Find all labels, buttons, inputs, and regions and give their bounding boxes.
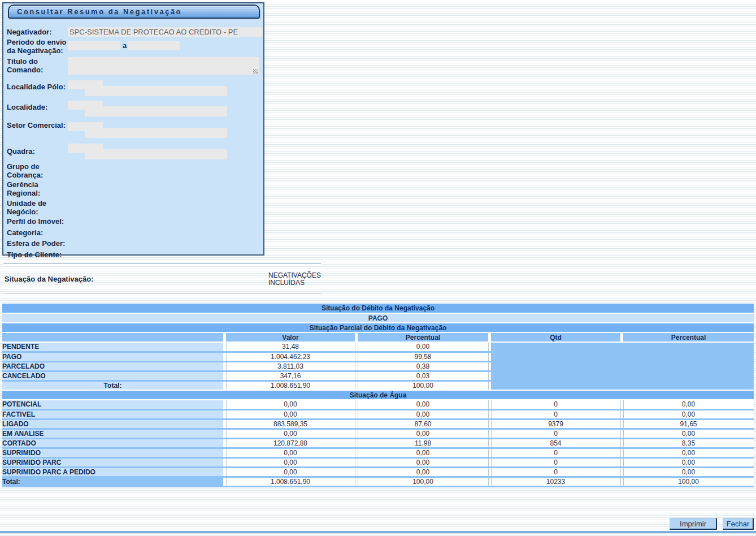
valor-cell: 1.008.651,90: [226, 477, 355, 486]
valor-cell: 883.589,35: [226, 419, 355, 429]
table-row: PAGO: [2, 313, 754, 323]
column-gutter: [488, 361, 491, 371]
unidade-negocio-label: Unidade de Negócio:: [7, 199, 67, 216]
consultar-resumo-panel: Consultar Resumo da Negativação Negativa…: [2, 2, 264, 256]
esfera-poder-label: Esfera de Poder:: [7, 239, 80, 248]
grupo-cobranca-label: Grupo de Cobrança:: [7, 162, 67, 179]
header-qtd: Qtd: [491, 332, 620, 342]
row-label: SUPRIMIDO: [2, 448, 223, 457]
qtd-percentual-cell: 0,00: [623, 409, 754, 419]
situacao-negativacao-value: NEGATIVAÇÕES INCLUÍDAS: [268, 272, 337, 287]
qtd-cell: 0: [491, 409, 620, 419]
qtd-percentual-cell: 100,00: [623, 477, 754, 486]
percentual-cell: 0,38: [358, 361, 488, 371]
total-row-agua: Total: 1.008.651,90 100,00 10233 100,00: [2, 477, 754, 486]
row-label: FACTIVEL: [2, 409, 223, 419]
qtd-cell: 0: [491, 429, 620, 438]
qtd-cell: 854: [491, 438, 620, 448]
negativador-label: Negativador:: [7, 28, 67, 36]
row-label: SUPRIMIDO PARC A PEDIDO: [2, 467, 223, 477]
qtd-percentual-cell: 0,00: [623, 457, 754, 467]
textarea-resize-handle[interactable]: [253, 69, 258, 74]
localidade-name-input[interactable]: [85, 106, 227, 116]
column-gutter: [488, 352, 491, 361]
percentual-cell: 0,03: [358, 371, 488, 381]
divider-bottom: [3, 293, 321, 294]
titulo-comando-label: Título do Comando:: [7, 57, 67, 74]
qtd-cell: 0: [491, 457, 620, 467]
valor-cell: 0,00: [226, 409, 355, 419]
debito-status-value: PAGO: [2, 313, 754, 323]
column-gutter: [488, 381, 491, 390]
periodo-to-input[interactable]: [128, 41, 180, 50]
qtd-percentual-cell: 0,00: [623, 400, 754, 409]
percentual-cell: 100,00: [358, 477, 488, 486]
valor-cell: 3.811,03: [226, 361, 355, 371]
row-label: LIGADO: [2, 419, 223, 429]
table-row: LIGADO 883.589,35 87,60 9379 91,65: [2, 419, 754, 429]
header-empty-cell: [2, 332, 223, 342]
percentual-cell: 11,98: [358, 438, 488, 448]
table-row: EM ANALISE 0,00 0,00 0 0,00: [2, 429, 754, 438]
row-label: CANCELADO: [2, 371, 223, 381]
table-row: Situação do Débito da Negativação: [2, 304, 754, 313]
percentual-cell: 0,00: [358, 400, 488, 409]
qtd-percentual-cell: 0,00: [623, 467, 754, 477]
table-row: PENDENTE 31,48 0,00: [2, 342, 754, 352]
categoria-label: Categoria:: [7, 228, 67, 237]
localidade-polo-label: Localidade Pólo:: [7, 83, 67, 91]
percentual-cell: 0,00: [358, 429, 488, 438]
quadra-name-input[interactable]: [85, 149, 227, 159]
row-label: PARCELADO: [2, 361, 223, 371]
periodo-label: Período do envio da Negativação:: [7, 38, 67, 55]
imprimir-button[interactable]: Imprimir: [670, 518, 717, 530]
table-row: Situação de Água: [2, 390, 754, 400]
gerencia-regional-label: Gerência Regional:: [7, 180, 67, 197]
quadra-label: Quadra:: [7, 147, 67, 155]
row-label: POTENCIAL: [2, 400, 223, 409]
qtd-percentual-cell: 0,00: [623, 429, 754, 438]
row-label: PENDENTE: [2, 342, 223, 352]
valor-cell: 0,00: [226, 457, 355, 467]
qtd-cell: 0: [491, 467, 620, 477]
valor-cell: 0,00: [226, 467, 355, 477]
qtd-percentual-cell: 8,35: [623, 438, 754, 448]
titulo-comando-textarea[interactable]: [68, 57, 259, 75]
percentual-cell: 87,60: [358, 419, 488, 429]
localidade-polo-name-input[interactable]: [85, 86, 227, 96]
section-title-debito: Situação do Débito da Negativação: [2, 304, 754, 313]
qtd-cell: 0: [491, 400, 620, 409]
qtd-percentual-cell: 91,65: [623, 419, 754, 429]
qtd-cell: 0: [491, 448, 620, 457]
percentual-cell: 100,00: [358, 381, 488, 390]
valor-cell: 1.004.462,23: [226, 352, 355, 361]
valor-cell: 0,00: [226, 448, 355, 457]
periodo-from-input[interactable]: [68, 41, 120, 50]
percentual-cell: 0,00: [358, 409, 488, 419]
divider-top: [3, 263, 321, 265]
localidade-label: Localidade:: [7, 103, 67, 111]
setor-comercial-name-input[interactable]: [85, 128, 227, 138]
negativador-input[interactable]: [68, 27, 263, 37]
header-percentual: Percentual: [358, 332, 488, 342]
valor-cell: 0,00: [226, 400, 355, 409]
table-row: POTENCIAL 0,00 0,00 0 0,00: [2, 400, 754, 409]
table-row: SUPRIMIDO PARC A PEDIDO 0,00 0,00 0 0,00: [2, 467, 754, 477]
setor-comercial-label: Setor Comercial:: [7, 121, 67, 129]
section-title-agua: Situação de Água: [2, 390, 754, 400]
table-row: SUPRIMIDO 0,00 0,00 0 0,00: [2, 448, 754, 457]
qtd-cell: 10233: [491, 477, 620, 486]
row-label: CORTADO: [2, 438, 223, 448]
row-label: EM ANALISE: [2, 429, 223, 438]
header-valor: Valor: [226, 332, 355, 342]
row-label: SUPRIMIDO PARC: [2, 457, 223, 467]
valor-cell: 120.872,88: [226, 438, 355, 448]
perfil-imovel-label: Perfil do Imóvel:: [7, 217, 80, 226]
section-title-parcial: Situação Parcial do Débito da Negativaçã…: [2, 323, 754, 332]
percentual-cell: 0,00: [358, 457, 488, 467]
percentual-cell: 0,00: [358, 342, 488, 352]
negativacao-debt-table: Situação do Débito da Negativação PAGO S…: [2, 304, 754, 487]
fechar-button[interactable]: Fechar: [723, 518, 754, 530]
valor-cell: 347,16: [226, 371, 355, 381]
column-gutter: [488, 371, 491, 381]
